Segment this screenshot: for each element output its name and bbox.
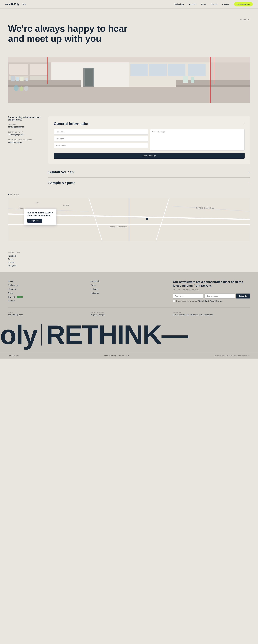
svg-point-29 [14, 85, 18, 91]
footer-home[interactable]: Home [8, 280, 85, 282]
cv-label: SUBMIT YOUR CV [8, 131, 40, 133]
sample-info-group: CURIOUS ABOUT A SAMPLE? sales@depoly.co [8, 139, 40, 144]
svg-rect-1 [8, 87, 250, 103]
footer-newsletter: Our newsletters are a concentrated blast… [173, 280, 250, 302]
general-email[interactable]: contact@depoly.co [8, 126, 24, 128]
privacy-link[interactable]: Privacy Policy [198, 300, 208, 302]
nav-technology[interactable]: Technology [174, 3, 184, 5]
svg-text:GILLY: GILLY [35, 202, 39, 204]
svg-rect-15 [188, 64, 206, 76]
navbar: DePoly EN ▾ Technology About Us News Car… [0, 0, 258, 8]
svg-point-30 [20, 86, 24, 91]
svg-rect-6 [30, 64, 48, 74]
contact-right: General Information × Send Message Submi… [48, 116, 250, 188]
privacy-policy-link[interactable]: Privacy Policy [119, 354, 129, 356]
general-info-form: General Information × Send Message [48, 116, 250, 164]
svg-rect-12 [130, 64, 148, 76]
project-label: GOT A PROJECT? [90, 312, 168, 313]
svg-text:GRAND CHAMPSES: GRAND CHAMPSES [196, 207, 214, 209]
map-container: Sion GRAND CHAMPSES Range Conthey Châtea… [8, 198, 250, 241]
logo[interactable]: DePoly [6, 3, 19, 6]
form-title: General Information [54, 122, 90, 126]
rethink-text: oly RETHINK— [0, 323, 188, 347]
submit-cv-accordion[interactable]: Submit your CV + [48, 167, 250, 178]
request-sample-link[interactable]: Request a sample [90, 314, 104, 316]
general-info-group: GENERAL contact@depoly.co [8, 124, 40, 128]
hiring-badge: HIRING [17, 296, 23, 298]
subscribe-button[interactable]: Subscribe [236, 294, 250, 298]
social-label: SOCIAL LINKS [8, 252, 250, 253]
footer-bottom: EMAIL contact@depoly.co GOT A PROJECT? R… [8, 307, 250, 320]
footer-about[interactable]: About Us [8, 288, 85, 290]
footer-news[interactable]: News [8, 292, 85, 294]
social-section: SOCIAL LINKS Facebook Twitter Linkedin I… [0, 246, 258, 272]
footer-facebook[interactable]: Facebook [90, 280, 168, 282]
footer-email-group: EMAIL contact@depoly.co [8, 312, 85, 316]
svg-rect-14 [168, 64, 186, 76]
social-twitter[interactable]: Twitter [8, 258, 250, 260]
newsletter-email[interactable] [204, 294, 235, 298]
close-icon[interactable]: × [243, 122, 244, 125]
nav-contact[interactable]: Contact [222, 3, 229, 5]
page-title: We're always happy to hear and meet up w… [8, 24, 129, 44]
svg-point-31 [24, 86, 28, 91]
footer-location-group: LOCATION Rue de l'Industrie 23, 1950 Sio… [173, 312, 250, 316]
expand-icon-2: + [248, 181, 250, 184]
rethink-left: oly [0, 323, 37, 347]
map-popup: Rue de l'Industrie 23, 1950 Sion, Valais… [24, 208, 56, 226]
sample-quote-title: Sample & Quote [48, 181, 76, 185]
breadcrumb: Contact Us / [8, 19, 250, 21]
form-left-col [54, 129, 148, 150]
footer-email[interactable]: contact@depoly.co [8, 314, 23, 316]
cv-email[interactable]: careers@depoly.co [8, 134, 24, 136]
terms-of-service-link[interactable]: Terms of Service [104, 354, 116, 356]
svg-rect-24 [210, 57, 211, 103]
svg-rect-23 [176, 85, 250, 87]
first-name-input[interactable] [54, 129, 148, 134]
footer-technology[interactable]: Technology [8, 284, 85, 286]
nav-careers[interactable]: Careers [211, 3, 218, 5]
nav-news[interactable]: News [201, 3, 206, 5]
footer-top: Home Technology About Us News Careers HI… [8, 280, 250, 307]
newsletter-firstname[interactable] [173, 294, 204, 298]
message-textarea[interactable] [150, 129, 244, 150]
footer-careers[interactable]: Careers HIRING [8, 296, 85, 298]
sample-label: CURIOUS ABOUT A SAMPLE? [8, 139, 40, 141]
svg-rect-17 [8, 85, 80, 87]
cv-info-group: SUBMIT YOUR CV careers@depoly.co [8, 131, 40, 136]
submit-cv-title: Submit your CV [48, 170, 74, 174]
discuss-project-button[interactable]: Discuss Project [234, 2, 252, 6]
social-instagram[interactable]: Instagram [8, 264, 250, 267]
send-message-button[interactable]: Send Message [54, 153, 244, 159]
form-header: General Information × [54, 122, 244, 126]
email-input[interactable] [54, 143, 148, 148]
footer-contact[interactable]: Contact [8, 300, 85, 302]
sample-quote-accordion[interactable]: Sample & Quote + [48, 178, 250, 188]
footer-twitter[interactable]: Twitter [90, 284, 168, 286]
social-linkedin[interactable]: Linkedin [8, 261, 250, 264]
google-maps-button[interactable]: Google Maps [28, 218, 42, 223]
logo-text: DePoly [11, 3, 19, 6]
lang-selector[interactable]: EN ▾ [22, 3, 26, 5]
logo-dots [6, 4, 10, 5]
svg-text:LA MURAZ: LA MURAZ [62, 204, 70, 206]
footer-linkedin[interactable]: LinkedIn [90, 288, 168, 290]
footer-social: Facebook Twitter LinkedIn Instagram [90, 280, 168, 302]
rethink-right: RETHINK— [46, 323, 188, 347]
footer-instagram[interactable]: Instagram [90, 292, 168, 294]
svg-rect-25 [214, 57, 214, 84]
social-facebook[interactable]: Facebook [8, 255, 250, 257]
nav-about[interactable]: About Us [189, 3, 196, 5]
terms-link[interactable]: Terms of Service [210, 300, 222, 302]
last-name-input[interactable] [54, 136, 148, 142]
sample-email[interactable]: sales@depoly.co [8, 141, 22, 144]
logo-dot-3 [9, 4, 10, 5]
svg-text:Château de Montorge: Château de Montorge [109, 226, 127, 228]
svg-rect-28 [191, 77, 194, 82]
form-grid [54, 129, 244, 150]
general-label: GENERAL [8, 124, 40, 125]
footer-legal-links: Terms of Service Privacy Policy [104, 354, 129, 356]
svg-text:Range: Range [19, 207, 24, 209]
newsletter-checkbox-input[interactable] [173, 300, 175, 302]
newsletter-sub: No spam – Unsubscribe anytime. [173, 289, 250, 291]
